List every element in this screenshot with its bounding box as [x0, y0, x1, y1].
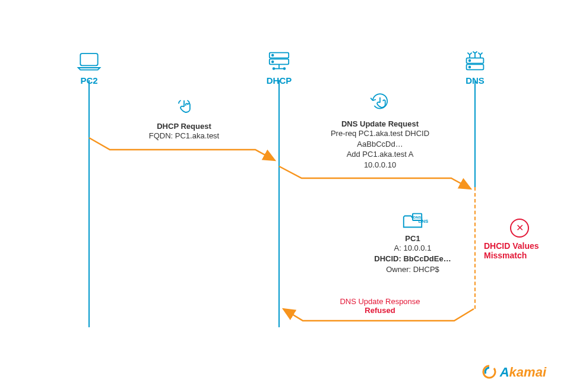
error-x-icon: ✕: [510, 219, 529, 238]
record-owner: Owner: DHCP$: [356, 264, 469, 275]
msg-dhcp-request: DHCP Request FQDN: PC1.aka.test: [119, 95, 249, 141]
msg-dns-update-l4: 10.0.0.10: [309, 160, 451, 170]
laptop-icon: [59, 50, 119, 72]
svg-point-4: [272, 61, 274, 63]
hand-click-icon: [119, 95, 249, 118]
lifeline-pc2: [88, 80, 90, 327]
svg-rect-0: [80, 53, 97, 65]
folder-badge-label: DNS: [419, 219, 429, 224]
dns-folder-icon: DNS: [401, 224, 424, 233]
lifeline-dns-solid: [474, 80, 476, 187]
msg-dns-update-title: DNS Update Request: [309, 119, 451, 128]
svg-point-7: [273, 68, 275, 69]
msg-dns-update-l3: Add PC1.aka.test A: [309, 149, 451, 160]
refused-title: DNS Update Response: [321, 297, 439, 306]
brand-swirl-icon: [482, 365, 499, 380]
brand-rest: kamai: [509, 365, 546, 380]
server-icon: [249, 50, 309, 72]
dns-server-icon: [445, 50, 505, 72]
svg-point-11: [469, 60, 471, 62]
hand-refresh-icon: [309, 89, 451, 116]
record-a: A: 10.0.0.1: [356, 243, 469, 254]
svg-point-3: [272, 55, 274, 56]
msg-dns-update-l1: Pre-req PC1.aka.test DHCID: [309, 128, 451, 139]
refused-result: Refused: [321, 306, 439, 315]
error-line1: DHCID Values: [484, 241, 555, 251]
record-dhcid: DHCID: BbCcDdEe…: [356, 254, 469, 264]
msg-dhcp-request-title: DHCP Request: [119, 122, 249, 131]
msg-dns-update-request: DNS Update Request Pre-req PC1.aka.test …: [309, 89, 451, 170]
dns-record-pc1: DNS DNS PC1 A: 10.0.0.1 DHCID: BbCcDdEe……: [356, 211, 469, 276]
msg-dns-update-response: DNS Update Response Refused: [321, 297, 439, 315]
msg-dns-update-l2: AaBbCcDd…: [309, 139, 451, 150]
error-dhcid-mismatch: ✕ DHCID Values Missmatch: [484, 219, 555, 260]
brand-akamai: Akamai: [482, 365, 546, 380]
lifeline-dns-dashed: [474, 187, 476, 309]
diagram-canvas: PC2 DHCP: [0, 0, 570, 392]
error-line2: Missmatch: [484, 251, 555, 260]
svg-point-12: [469, 67, 471, 68]
record-host: PC1: [356, 234, 469, 243]
svg-point-8: [284, 68, 286, 69]
msg-dhcp-request-fqdn: FQDN: PC1.aka.test: [119, 131, 249, 141]
brand-letter-a: A: [500, 365, 509, 380]
lifeline-dhcp: [278, 80, 280, 327]
